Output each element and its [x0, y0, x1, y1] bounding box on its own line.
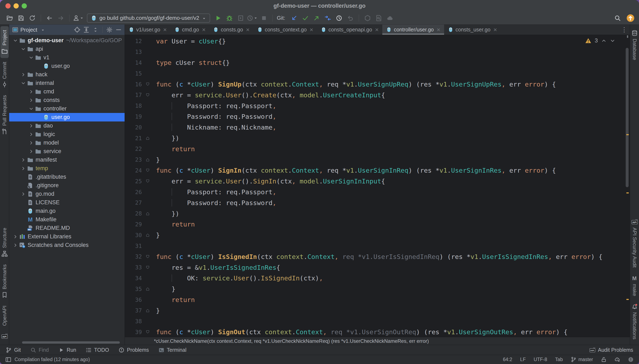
tool-strip-item-project[interactable]: Project — [0, 26, 9, 58]
line-number[interactable]: 34 — [125, 275, 142, 282]
code-text[interactable]: return — [154, 145, 621, 153]
chevron-right-icon[interactable] — [28, 140, 34, 146]
line-number[interactable]: 13 — [125, 49, 142, 55]
chevron-down-icon[interactable] — [12, 37, 19, 44]
save-all-button[interactable] — [16, 13, 26, 23]
close-icon[interactable]: × — [246, 26, 250, 33]
git-update-button[interactable] — [289, 13, 299, 23]
close-icon[interactable]: × — [436, 26, 440, 33]
tool-window-button-run[interactable]: Run — [58, 347, 76, 353]
status-widget-lf[interactable]: LF — [520, 357, 526, 362]
tool-window-button-problems[interactable]: Problems — [118, 347, 149, 353]
tool-strip-item-api-security-audit[interactable]: /APIAPI Security Audit — [630, 215, 639, 271]
tree-item-controller[interactable]: controller — [9, 104, 124, 113]
line-number[interactable]: 39 — [125, 329, 142, 335]
run-with-coverage-button[interactable] — [236, 13, 246, 23]
line-number[interactable]: 25 — [125, 178, 142, 184]
line-number[interactable]: 35 — [125, 286, 142, 292]
tree-item-user.go[interactable]: user.go — [9, 113, 124, 122]
tool-strip-item-openapi-icon[interactable]: /API — [0, 330, 9, 343]
code-text[interactable]: Nickname: req.Nickname, — [154, 124, 621, 131]
line-number[interactable]: 12 — [125, 38, 142, 44]
tree-item-gf-demo-user[interactable]: gf-demo-user~/Workspace/Go/GOP — [9, 36, 124, 45]
line-number[interactable]: 38 — [125, 318, 142, 324]
code-text[interactable]: func (c *cUser) SignUp(ctx context.Conte… — [154, 80, 621, 88]
code-text[interactable]: }) — [154, 210, 621, 217]
git-push-button[interactable] — [312, 13, 322, 23]
line-number[interactable]: 21 — [125, 135, 142, 142]
tree-item-makefile[interactable]: MMakefile — [9, 215, 124, 224]
code-text[interactable]: Passport: req.Passport, — [154, 188, 621, 196]
status-widget-utf-8[interactable]: UTF-8 — [534, 357, 547, 362]
tool-strip-item-commit[interactable]: Commit — [0, 58, 9, 92]
tab-consts-context.go[interactable]: consts_context.go× — [253, 24, 317, 35]
update-available-button[interactable] — [626, 14, 634, 22]
tool-strip-item-openapi[interactable]: OpenAPI — [0, 302, 9, 330]
chevron-right-icon[interactable] — [20, 156, 26, 163]
chevron-right-icon[interactable] — [12, 242, 19, 248]
chevron-right-icon[interactable] — [20, 191, 26, 198]
open-button[interactable] — [4, 13, 15, 23]
close-icon[interactable]: × — [163, 26, 167, 33]
status-widget-alert-circle[interactable] — [628, 357, 634, 362]
line-number[interactable]: 32 — [125, 253, 142, 260]
fold-close-icon[interactable] — [142, 158, 154, 162]
code-text[interactable]: err = service.User().SignIn(ctx, model.U… — [154, 178, 621, 185]
fold-open-icon[interactable] — [142, 179, 154, 183]
chevron-right-icon[interactable] — [20, 165, 26, 172]
tab-v1-user.go[interactable]: v1/user.go× — [125, 24, 170, 35]
tool-window-button-todo[interactable]: TODO — [86, 347, 109, 353]
chevron-down-icon[interactable] — [28, 106, 34, 112]
back-button[interactable] — [44, 13, 55, 23]
minimize-window-button[interactable] — [14, 3, 19, 8]
status-widget-master[interactable]: master — [571, 357, 593, 362]
tree-item-temp[interactable]: temp — [9, 164, 124, 173]
hide-panel-icon[interactable] — [116, 26, 122, 33]
fold-open-icon[interactable] — [142, 82, 154, 86]
code-text[interactable]: func (c *cUser) IsSignedIn(ctx context.C… — [154, 253, 621, 260]
tab-controller-user.go[interactable]: controller/user.go× — [382, 24, 444, 35]
sync-button[interactable] — [27, 13, 38, 23]
code-text[interactable]: res = &v1.UserIsSignedInRes{ — [154, 264, 621, 271]
tree-item-dao[interactable]: dao — [9, 122, 124, 130]
code-text[interactable]: } — [154, 231, 621, 239]
search-docs-button[interactable] — [374, 13, 384, 23]
locate-file-icon[interactable] — [74, 26, 80, 33]
scrollbar-thumb[interactable] — [626, 48, 628, 187]
tool-strip-item-database[interactable]: Database — [630, 26, 639, 64]
git-rollback-button[interactable] — [345, 13, 356, 23]
expand-all-icon[interactable] — [83, 26, 90, 33]
line-number[interactable]: 33 — [125, 264, 142, 270]
chevron-down-icon[interactable] — [20, 80, 26, 86]
line-number[interactable]: 18 — [125, 102, 142, 109]
chevron-down-icon[interactable] — [610, 38, 615, 44]
tree-item-scratches-and-consoles[interactable]: Scratches and Consoles — [9, 241, 124, 250]
code-text[interactable]: type cUser struct{} — [154, 59, 621, 66]
line-number[interactable]: 24 — [125, 167, 142, 174]
fold-close-icon[interactable] — [142, 136, 154, 140]
line-number[interactable]: 29 — [125, 221, 142, 228]
code-text[interactable]: OK: service.User().IsSignedIn(ctx), — [154, 274, 621, 282]
code-text[interactable]: Password: req.Password, — [154, 199, 621, 206]
tree-item-user.go[interactable]: user.go — [9, 62, 124, 70]
git-history-button[interactable] — [334, 13, 344, 23]
horizontal-scrollbar[interactable] — [22, 341, 120, 344]
tree-item-internal[interactable]: internal — [9, 79, 124, 87]
status-widget-unlock[interactable] — [601, 357, 606, 362]
line-number[interactable]: 30 — [125, 232, 142, 238]
chevron-down-icon[interactable] — [20, 46, 26, 52]
profiler-button[interactable] — [247, 13, 258, 23]
zoom-window-button[interactable] — [22, 3, 27, 8]
status-widget-tab[interactable]: Tab — [555, 357, 563, 362]
tree-item-cmd[interactable]: cmd — [9, 87, 124, 96]
chevron-right-icon[interactable] — [12, 234, 19, 240]
line-number[interactable]: 28 — [125, 210, 142, 217]
fold-close-icon[interactable] — [142, 308, 154, 312]
tab-consts-user.go[interactable]: consts_user.go× — [444, 24, 501, 35]
line-number[interactable]: 23 — [125, 156, 142, 163]
tool-window-button-audit-problems[interactable]: /APIAudit Problems — [590, 347, 633, 353]
code-text[interactable]: } — [154, 307, 621, 314]
fold-close-icon[interactable] — [142, 212, 154, 216]
line-number[interactable]: 17 — [125, 92, 142, 98]
shelve-button[interactable] — [362, 13, 373, 23]
